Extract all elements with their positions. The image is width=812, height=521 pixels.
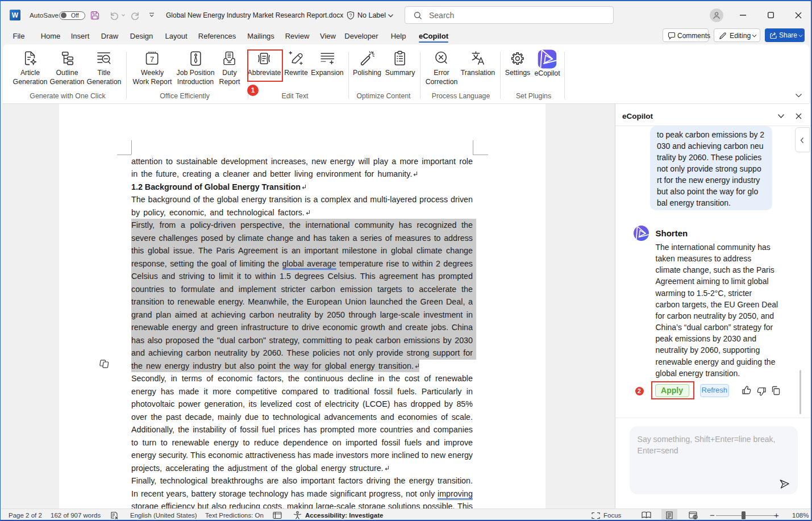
svg-text:7: 7 [150,55,154,64]
svg-text:?: ? [349,12,352,18]
svg-text:W: W [12,11,19,19]
